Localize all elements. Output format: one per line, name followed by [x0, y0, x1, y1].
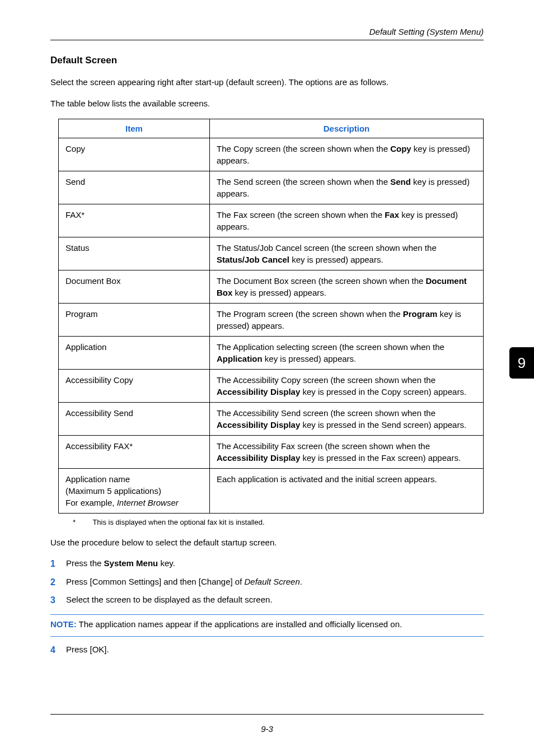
cell-desc: The Accessibility Copy screen (the scree… [210, 369, 484, 402]
note-rule-bottom [50, 636, 484, 637]
top-rule [50, 40, 484, 40]
col-header-description: Description [210, 119, 484, 138]
cell-desc: The Accessibility Fax screen (the screen… [210, 435, 484, 468]
bottom-rule [50, 714, 484, 715]
page: Default Setting (System Menu) Default Sc… [0, 0, 534, 756]
table-row: Accessibility Copy The Accessibility Cop… [59, 369, 484, 402]
note-rule-top [50, 614, 484, 615]
cell-desc: The Program screen (the screen shown whe… [210, 303, 484, 336]
table-row: Status The Status/Job Cancel screen (the… [59, 237, 484, 270]
note-text: The application names appear if the appl… [77, 619, 402, 629]
intro-paragraph-2: The table below lists the available scre… [50, 97, 484, 110]
step-2: Press [Common Settings] and then [Change… [50, 576, 484, 589]
cell-item: Send [59, 171, 210, 204]
footnote-marker: * [73, 518, 91, 526]
steps-list: Press the System Menu key. Press [Common… [50, 557, 484, 606]
cell-item: Accessibility FAX* [59, 435, 210, 468]
table-row: Program The Program screen (the screen s… [59, 303, 484, 336]
note-label: NOTE: [50, 619, 77, 629]
chapter-tab: 9 [509, 347, 534, 379]
procedure-intro: Use the procedure below to select the de… [50, 536, 484, 549]
cell-item: FAX* [59, 204, 210, 237]
cell-desc: Each application is activated and the in… [210, 468, 484, 513]
section-title: Default Screen [50, 55, 484, 66]
step-1: Press the System Menu key. [50, 557, 484, 570]
cell-item: Status [59, 237, 210, 270]
running-head: Default Setting (System Menu) [50, 27, 484, 36]
cell-desc: The Copy screen (the screen shown when t… [210, 138, 484, 171]
table-row: Copy The Copy screen (the screen shown w… [59, 138, 484, 171]
col-header-item: Item [59, 119, 210, 138]
cell-desc: The Application selecting screen (the sc… [210, 336, 484, 369]
cell-item: Accessibility Send [59, 402, 210, 435]
cell-item: Accessibility Copy [59, 369, 210, 402]
cell-item: Application name (Maximum 5 applications… [59, 468, 210, 513]
page-number: 9-3 [0, 724, 534, 734]
cell-item: Application [59, 336, 210, 369]
table-row: Accessibility Send The Accessibility Sen… [59, 402, 484, 435]
table-row: FAX* The Fax screen (the screen shown wh… [59, 204, 484, 237]
step-3: Select the screen to be displayed as the… [50, 594, 484, 606]
cell-item: Program [59, 303, 210, 336]
footnote-text: This is displayed when the optional fax … [92, 518, 264, 526]
intro-paragraph-1: Select the screen appearing right after … [50, 76, 484, 88]
table-row: Application The Application selecting sc… [59, 336, 484, 369]
cell-desc: The Document Box screen (the screen show… [210, 270, 484, 303]
cell-desc: The Fax screen (the screen shown when th… [210, 204, 484, 237]
table-footnote: * This is displayed when the optional fa… [73, 518, 484, 526]
cell-desc: The Status/Job Cancel screen (the screen… [210, 237, 484, 270]
table-row: Document Box The Document Box screen (th… [59, 270, 484, 303]
steps-list-cont: Press [OK]. [50, 643, 484, 656]
cell-item: Copy [59, 138, 210, 171]
cell-desc: The Accessibility Send screen (the scree… [210, 402, 484, 435]
table-row: Send The Send screen (the screen shown w… [59, 171, 484, 204]
step-4: Press [OK]. [50, 643, 484, 656]
cell-item: Document Box [59, 270, 210, 303]
default-screen-table: Item Description Copy The Copy screen (t… [58, 119, 484, 514]
cell-desc: The Send screen (the screen shown when t… [210, 171, 484, 204]
table-header-row: Item Description [59, 119, 484, 138]
note: NOTE: The application names appear if th… [50, 618, 484, 631]
table-row: Accessibility FAX* The Accessibility Fax… [59, 435, 484, 468]
table-row: Application name (Maximum 5 applications… [59, 468, 484, 513]
